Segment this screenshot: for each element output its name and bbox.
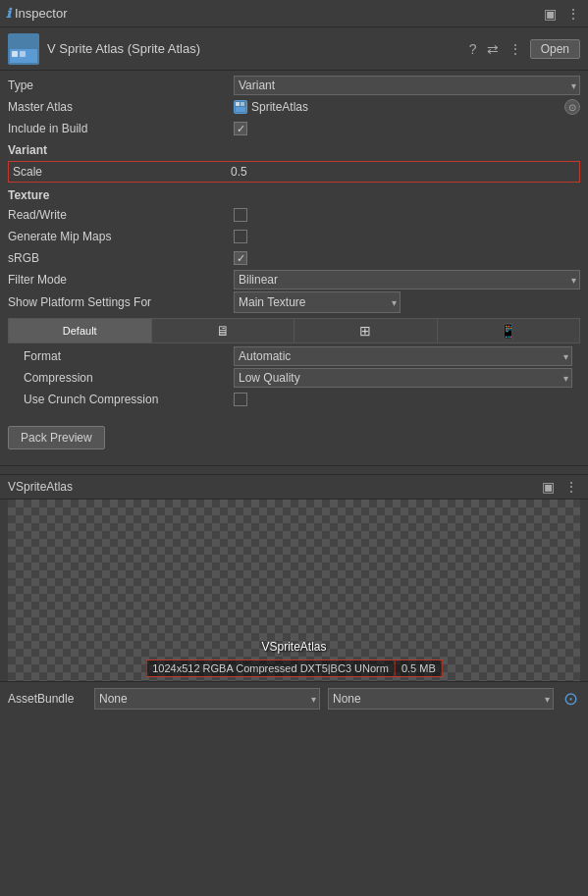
use-crunch-checkbox[interactable] — [234, 393, 247, 406]
transfer-icon[interactable]: ⇄ — [485, 41, 501, 57]
tab-default[interactable]: Default — [9, 319, 152, 343]
panel-view-icon[interactable]: ▣ — [540, 479, 557, 495]
tab-pc[interactable]: 🖥 — [152, 319, 295, 343]
filter-mode-dropdown-wrapper[interactable]: Bilinear Point Trilinear — [234, 270, 580, 290]
srgb-label: sRGB — [8, 251, 234, 265]
filter-mode-select[interactable]: Bilinear Point Trilinear — [234, 270, 580, 290]
panel-more-icon[interactable]: ⋮ — [562, 479, 580, 495]
object-title: V Sprite Atlas (Sprite Atlas) — [47, 41, 200, 56]
variant-section-label: Variant — [8, 139, 580, 159]
type-dropdown-wrapper[interactable]: Variant — [234, 76, 580, 95]
filter-mode-label: Filter Mode — [8, 273, 234, 287]
asset-bundle-target-icon[interactable]: ⊙ — [561, 688, 580, 710]
read-write-row: Read/Write — [8, 204, 580, 226]
svg-rect-5 — [20, 51, 26, 57]
show-platform-select-wrapper[interactable]: Main Texture PC/Mac/Linux Android iOS — [234, 291, 401, 313]
read-write-checkbox[interactable] — [234, 208, 247, 222]
show-platform-select[interactable]: Main Texture PC/Mac/Linux Android iOS — [234, 291, 401, 313]
asset-bundle-dropdown-2[interactable]: None — [328, 688, 554, 710]
asset-bundle-row: AssetBundle None None ⊙ — [0, 681, 588, 715]
inspector-header: ℹ Inspector ▣ ⋮ — [0, 0, 588, 27]
divider — [0, 465, 588, 466]
pack-preview-button[interactable]: Pack Preview — [8, 426, 105, 449]
format-row: Format Automatic RGBA32 RGB24 — [24, 345, 572, 367]
sprite-info-bar: 1024x512 RGBA Compressed DXT5|BC3 UNorm … — [145, 659, 443, 677]
bottom-panel: VSpriteAtlas ▣ ⋮ — [0, 474, 588, 715]
server-icon: ⊞ — [359, 323, 371, 339]
type-label: Type — [8, 79, 234, 92]
type-select[interactable]: Variant — [234, 76, 580, 95]
master-atlas-label: Master Atlas — [8, 100, 234, 114]
format-select[interactable]: Automatic RGBA32 RGB24 — [234, 346, 572, 366]
compression-label: Compression — [24, 371, 234, 385]
asset-bundle-select-1[interactable]: None — [94, 688, 320, 710]
android-icon: 📱 — [500, 323, 516, 339]
show-platform-row: Show Platform Settings For Main Texture … — [8, 290, 580, 314]
platform-tabs: Default 🖥 ⊞ 📱 — [8, 318, 580, 343]
include-in-build-checkbox[interactable] — [234, 122, 247, 135]
more-options-icon[interactable]: ⋮ — [564, 6, 582, 22]
inspector-title: Inspector — [15, 6, 67, 21]
read-write-label: Read/Write — [8, 208, 234, 222]
use-crunch-row: Use Crunch Compression — [24, 389, 572, 410]
include-in-build-label: Include in Build — [8, 122, 234, 135]
format-dropdown-wrapper[interactable]: Automatic RGBA32 RGB24 — [234, 346, 572, 366]
asset-bundle-select-2[interactable]: None — [328, 688, 554, 710]
menu-icon[interactable]: ⋮ — [507, 41, 524, 57]
master-atlas-row: Master Atlas SpriteAtlas ⊙ — [8, 96, 580, 118]
atlas-small-icon — [234, 100, 247, 114]
info-icon: ℹ — [6, 6, 11, 21]
format-label: Format — [24, 349, 234, 363]
sprite-preview-container: VSpriteAtlas 1024x512 RGBA Compressed DX… — [8, 500, 580, 681]
bottom-panel-title: VSpriteAtlas — [8, 480, 73, 494]
pack-preview-section: Pack Preview — [0, 418, 588, 453]
tab-default-label: Default — [63, 325, 97, 337]
sprite-name-overlay: VSpriteAtlas — [261, 640, 326, 654]
svg-rect-4 — [12, 51, 18, 57]
show-platform-label: Show Platform Settings For — [8, 295, 234, 309]
svg-rect-2 — [12, 37, 22, 47]
tab-server[interactable]: ⊞ — [294, 319, 438, 343]
title-row: V Sprite Atlas (Sprite Atlas) ? ⇄ ⋮ Open — [0, 27, 588, 71]
checkerboard-bg — [8, 500, 580, 681]
properties-panel: Type Variant Master Atlas SpriteAtlas ⊙ … — [0, 71, 588, 418]
filter-mode-row: Filter Mode Bilinear Point Trilinear — [8, 269, 580, 290]
svg-rect-9 — [241, 102, 244, 106]
scale-row: Scale 0.5 — [8, 161, 580, 183]
sprite-size-info: 0.5 MB — [396, 659, 443, 677]
target-icon[interactable]: ⊙ — [564, 99, 580, 115]
type-row: Type Variant — [8, 75, 580, 96]
platform-settings: Format Automatic RGBA32 RGB24 Compressio… — [8, 343, 580, 414]
compression-dropdown-wrapper[interactable]: Low Quality Normal Quality High Quality … — [234, 368, 572, 388]
srgb-row: sRGB — [8, 247, 580, 269]
svg-rect-8 — [236, 102, 240, 106]
monitor-icon: 🖥 — [216, 323, 230, 339]
generate-mip-maps-checkbox[interactable] — [234, 230, 247, 243]
tab-android[interactable]: 📱 — [438, 319, 580, 343]
open-button[interactable]: Open — [530, 39, 580, 59]
compression-select[interactable]: Low Quality Normal Quality High Quality … — [234, 368, 572, 388]
asset-bundle-label: AssetBundle — [8, 692, 86, 706]
layout-icon[interactable]: ▣ — [542, 6, 559, 22]
use-crunch-label: Use Crunch Compression — [24, 393, 234, 406]
generate-mip-maps-label: Generate Mip Maps — [8, 230, 234, 243]
scale-value: 0.5 — [231, 165, 575, 179]
scale-label: Scale — [13, 165, 231, 179]
sprite-atlas-icon — [8, 33, 39, 65]
srgb-checkbox[interactable] — [234, 251, 247, 265]
asset-bundle-dropdown-1[interactable]: None — [94, 688, 320, 710]
sprite-resolution-info: 1024x512 RGBA Compressed DXT5|BC3 UNorm — [145, 659, 396, 677]
svg-rect-7 — [236, 107, 245, 112]
texture-section-label: Texture — [8, 184, 580, 204]
svg-rect-3 — [24, 37, 33, 47]
master-atlas-value: SpriteAtlas — [251, 100, 561, 114]
include-in-build-row: Include in Build — [8, 118, 580, 139]
help-icon[interactable]: ? — [467, 41, 479, 57]
generate-mip-maps-row: Generate Mip Maps — [8, 226, 580, 247]
compression-row: Compression Low Quality Normal Quality H… — [24, 367, 572, 389]
bottom-panel-header: VSpriteAtlas ▣ ⋮ — [0, 474, 588, 500]
